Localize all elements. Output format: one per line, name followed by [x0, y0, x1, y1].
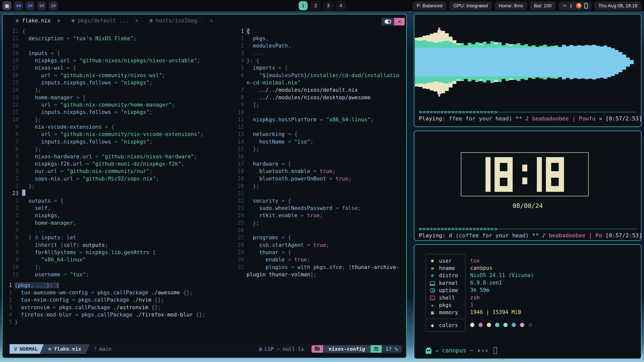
tag-3[interactable]: 3 — [324, 1, 333, 10]
lsp-status: ⚙ LSP ~ null-ls — [259, 346, 304, 352]
datetime-pill: Thu Aug 08, 18:18 — [594, 2, 641, 10]
line-number: 16 — [236, 154, 247, 160]
tab-hosts-isoImag-[interactable]: ❄hosts/isoImag..× — [149, 18, 213, 24]
nix-icon: ❄ — [149, 18, 153, 24]
folder-icon — [315, 347, 320, 351]
line-number: 16 — [3, 72, 22, 78]
tab-pkgs-default-[interactable]: ❄pkgs/default ...× — [71, 18, 138, 24]
line-number: 21 — [236, 190, 247, 196]
line-number: 24 — [236, 212, 247, 218]
code-line: 15 }; — [236, 146, 407, 153]
line-number: 19 — [236, 176, 247, 182]
line-number: 20 — [3, 43, 22, 49]
tab-flake-nix[interactable]: ❄flake.nix× — [16, 18, 60, 24]
line-number: 14 — [236, 139, 247, 145]
fetch-row-pkgs: ◈pkgs — [429, 301, 465, 309]
code-line: 8 forAllSystems = nixpkgs.lib.genAttrs [ — [3, 249, 229, 256]
line-number: 8 — [3, 249, 22, 255]
code-line: 21 — [236, 190, 407, 197]
line-number: 11 — [236, 117, 247, 123]
scissors-icon[interactable]: ✂ — [562, 3, 567, 8]
line-number: 4 — [3, 161, 22, 167]
clock-digit-1 — [486, 157, 491, 192]
phone-icon[interactable] — [584, 3, 588, 9]
tag-1[interactable]: 1 — [299, 1, 308, 10]
line-number: 31 — [236, 264, 247, 270]
window-controls: × — [382, 18, 405, 25]
launcher-grid-icon[interactable]: ▦ — [3, 1, 11, 10]
tag-2[interactable]: 2 — [311, 1, 320, 10]
tab-close-icon[interactable]: × — [57, 18, 60, 24]
workspace-button-2[interactable]: $W — [26, 1, 34, 10]
code-line: 7 inputs.nixpkgs.follows = "nixpkgs"; — [3, 138, 229, 145]
file-label: flake.nix — [54, 346, 81, 352]
line-number: 3 — [3, 168, 22, 174]
lines-icon — [374, 347, 378, 351]
editor-tabbar: ❄flake.nix×❄pkgs/default ...×❄hosts/isoI… — [3, 14, 406, 27]
digital-clock — [461, 152, 589, 196]
fetch-row-shell: ›_shell — [429, 294, 465, 301]
editor-pane-iso[interactable]: 1{1 pkgs,2 modulesPath,3 ...4}: {5 impor… — [236, 27, 407, 278]
line-number: 6 — [3, 146, 22, 152]
line-number: 1 — [3, 183, 22, 189]
system-tray: ✂ᛒ — [558, 2, 592, 10]
bluetooth-icon[interactable]: ᛒ — [570, 3, 573, 8]
line-number: 8 — [3, 131, 22, 137]
firefox-icon[interactable] — [576, 3, 581, 9]
close-icon: × — [398, 19, 401, 25]
code-line: 23 — [3, 190, 229, 197]
code-line: 22 security = { — [236, 197, 407, 204]
code-line: 1 pkgs, — [236, 35, 407, 42]
code-line: 11 nixpkgs.hostPlatform = "x86_64-linux"… — [236, 116, 407, 123]
memory-icon: ▦ — [429, 310, 435, 315]
code-line: 15 inputs.nixpkgs.follows = "nixpkgs"; — [3, 79, 229, 86]
line-number: 2 — [236, 43, 247, 49]
shell-prompt[interactable]: → canopus ~ ››› — [426, 347, 497, 354]
line-number: 17 — [3, 65, 22, 71]
code-line: 19 inputs = { — [3, 50, 229, 57]
file-segment: ❄ flake.nix — [40, 344, 90, 354]
code-line: 5 nixos-hardware.url = "github:nixos/nix… — [3, 153, 229, 160]
fetch-value-uptime: 3h 59m — [470, 287, 534, 294]
code-line: 31 plugins = with pkgs.xfce; [thunar-arc… — [236, 263, 407, 271]
close-window-button[interactable]: × — [394, 18, 405, 25]
line-number: 5 — [236, 65, 247, 71]
code-line: 7 ../../modules/nixos/default.nix — [236, 86, 407, 94]
progress-line — [498, 112, 636, 112]
line-number: 5 — [8, 319, 15, 325]
tab-close-icon[interactable]: × — [210, 18, 213, 24]
palette-icon: ◉ — [429, 323, 435, 328]
code-line: 1 outputs = { — [3, 197, 229, 204]
code-line: plugin thunar-volman]; — [236, 271, 407, 278]
statusline: V NORMAL ❄ flake.nix ᛘ main ⚙ LSP ~ null… — [3, 344, 406, 354]
clock-widget: 08/08/24 =====================> Playing:… — [414, 131, 641, 241]
code-line: 1 tux-awesome-wm-config = pkgs.callPacka… — [8, 289, 234, 296]
line-number: 10 — [3, 264, 22, 270]
line-number: 11 — [3, 272, 22, 278]
line-number: 2 — [3, 176, 22, 182]
line-number: 10 — [236, 109, 247, 115]
workspace-button-3[interactable]: $W — [37, 1, 46, 10]
code-line: n-cd-minimal.nix" — [236, 79, 407, 86]
line-number: 7 — [236, 87, 247, 93]
status-pills: Thu Aug 08, 18:18 P: BalancedGPU: Integr… — [413, 0, 641, 11]
tab-close-icon[interactable]: × — [135, 18, 138, 24]
code-line: 17 hardware = { — [236, 160, 407, 167]
line-number: 22 — [3, 28, 22, 34]
editor-pane-flake[interactable]: 22{21 description = "tux's NixOS Flake";… — [3, 27, 229, 278]
workspace-button-1[interactable]: $W — [14, 1, 23, 10]
line-number: 15 — [236, 146, 247, 152]
line-number: 8 — [236, 95, 247, 101]
tag-4[interactable]: 4 — [336, 1, 345, 10]
workspace-button-4[interactable]: $W — [49, 1, 58, 10]
line-number: 2 — [8, 297, 15, 303]
line-number: 18 — [236, 168, 247, 174]
status-pill-0: P: Balanced — [413, 2, 446, 10]
code-line: 6 } @ inputs: let — [3, 234, 229, 241]
player1-progress: =====================> — [419, 109, 636, 115]
editor-pane-pkgs[interactable]: 1{pkgs, ...}: {1 tux-awesome-wm-config =… — [8, 282, 234, 326]
code-line: 9 nix-vscode-extensions = { — [3, 123, 229, 130]
toggle-button[interactable] — [382, 18, 394, 25]
clock-digit-8 — [495, 157, 513, 192]
line-number: 12 — [236, 124, 247, 130]
